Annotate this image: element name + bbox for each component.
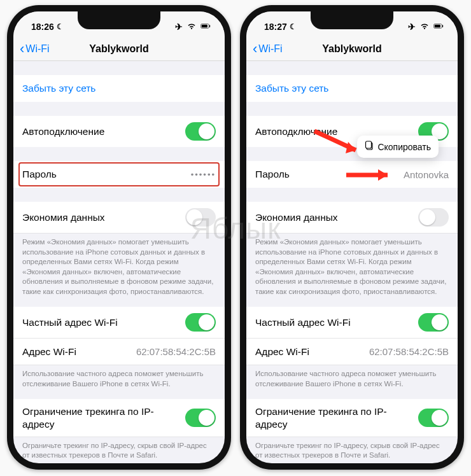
chevron-left-icon: ‹ [20, 42, 24, 56]
page-title: Yablykworld [89, 43, 148, 55]
private-address-description: Использование частного адреса поможет ум… [13, 365, 225, 393]
svg-rect-4 [435, 24, 440, 27]
forget-network-label: Забыть эту сеть [255, 83, 328, 94]
lowdata-row: Экономия данных [246, 202, 458, 234]
svg-rect-1 [202, 24, 207, 27]
battery-icon [433, 22, 444, 32]
page-title: Yablykworld [322, 43, 381, 55]
limit-tracking-toggle[interactable] [185, 409, 216, 427]
copy-popover[interactable]: Скопировать [357, 136, 439, 158]
private-address-toggle[interactable] [185, 313, 216, 332]
phone-right: 18:27 ☾ ✈ ‹ Wi-Fi Yabl [240, 5, 464, 470]
autojoin-label: Автоподключение [22, 126, 104, 137]
password-row[interactable]: Пароль •••••• [13, 161, 225, 188]
back-button[interactable]: ‹ Wi-Fi [20, 42, 50, 56]
copy-label: Скопировать [377, 142, 431, 152]
back-button[interactable]: ‹ Wi-Fi [253, 42, 283, 56]
wifi-address-row[interactable]: Адрес Wi-Fi 62:07:58:54:2C:5B [246, 339, 458, 365]
autojoin-row: Автоподключение [13, 116, 225, 147]
lowdata-toggle[interactable] [185, 208, 216, 227]
wifi-address-label: Адрес Wi-Fi [255, 346, 309, 358]
password-value: •••••• [191, 170, 216, 179]
wifi-address-value: 62:07:58:54:2C:5B [369, 346, 449, 357]
limit-tracking-description: Ограничьте трекинг по IP-адресу, скрыв с… [246, 437, 458, 463]
nav-bar: ‹ Wi-Fi Yablykworld [13, 37, 225, 61]
lowdata-row: Экономия данных [13, 202, 225, 234]
lowdata-label: Экономия данных [255, 212, 338, 223]
password-label: Пароль [22, 169, 57, 180]
wifi-address-value: 62:07:58:54:2C:5B [136, 346, 216, 357]
password-label: Пароль [255, 169, 290, 180]
status-time: 18:27 [264, 22, 287, 32]
forget-network-label: Забыть эту сеть [22, 83, 95, 94]
private-address-label: Частный адрес Wi-Fi [22, 317, 118, 328]
wifi-icon [186, 22, 197, 32]
chevron-left-icon: ‹ [253, 42, 257, 56]
password-value: Antonovka [404, 169, 449, 180]
wifi-address-row[interactable]: Адрес Wi-Fi 62:07:58:54:2C:5B [13, 339, 225, 365]
wifi-icon [419, 22, 430, 32]
private-address-row: Частный адрес Wi-Fi [246, 307, 458, 339]
dnd-moon-icon: ☾ [57, 22, 64, 31]
lowdata-label: Экономия данных [22, 212, 105, 223]
annotation-arrow-icon [343, 167, 400, 185]
limit-tracking-label: Ограничение трекинга по IP-адресу [255, 405, 389, 430]
battery-icon [200, 22, 211, 32]
limit-tracking-toggle[interactable] [418, 409, 449, 427]
lowdata-description: Режим «Экономия данных» помогает уменьши… [13, 234, 225, 300]
airplane-icon: ✈ [408, 22, 416, 32]
private-address-description: Использование частного адреса поможет ум… [246, 365, 458, 393]
svg-rect-5 [442, 25, 443, 27]
lowdata-description: Режим «Экономия данных» помогает уменьши… [246, 234, 458, 300]
back-label: Wi-Fi [25, 43, 49, 55]
dnd-moon-icon: ☾ [290, 22, 297, 31]
limit-tracking-row: Ограничение трекинга по IP-адресу [13, 399, 225, 437]
forget-network-row[interactable]: Забыть эту сеть [246, 75, 458, 102]
autojoin-toggle[interactable] [185, 122, 216, 141]
airplane-icon: ✈ [175, 22, 183, 32]
back-label: Wi-Fi [258, 43, 282, 55]
limit-tracking-description: Ограничьте трекинг по IP-адресу, скрыв с… [13, 437, 225, 463]
private-address-toggle[interactable] [418, 313, 449, 332]
private-address-label: Частный адрес Wi-Fi [255, 317, 351, 328]
lowdata-toggle[interactable] [418, 208, 449, 227]
notch [311, 11, 393, 29]
limit-tracking-row: Ограничение трекинга по IP-адресу [246, 399, 458, 437]
nav-bar: ‹ Wi-Fi Yablykworld [246, 37, 458, 61]
annotation-arrow-icon [311, 128, 369, 158]
password-row[interactable]: Пароль Antonovka Скопировать [246, 161, 458, 188]
svg-rect-2 [209, 25, 210, 27]
notch [78, 11, 160, 29]
private-address-row: Частный адрес Wi-Fi [13, 307, 225, 339]
limit-tracking-label: Ограничение трекинга по IP-адресу [22, 405, 156, 430]
forget-network-row[interactable]: Забыть эту сеть [13, 75, 225, 102]
wifi-address-label: Адрес Wi-Fi [22, 346, 76, 358]
phone-left: 18:26 ☾ ✈ ‹ Wi-Fi Yabl [7, 5, 231, 470]
status-time: 18:26 [31, 22, 54, 32]
